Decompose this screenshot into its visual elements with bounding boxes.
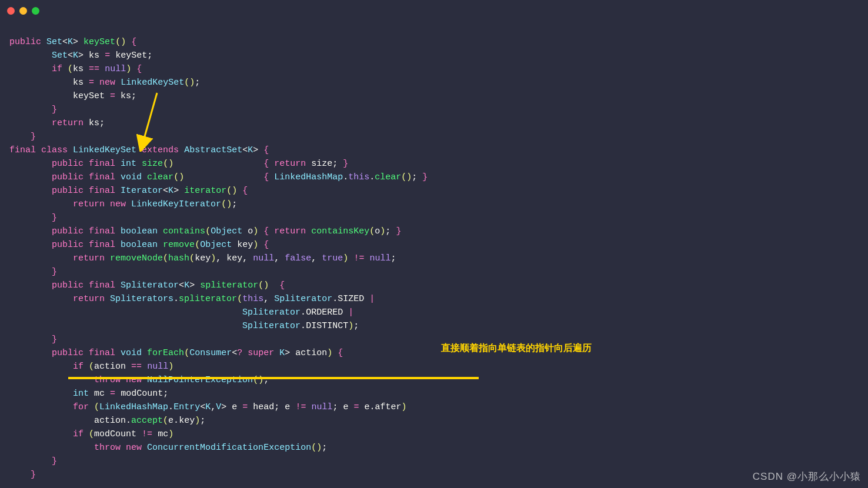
literal: null [147, 362, 168, 372]
code-block: public Set<K> keySet() { Set<K> ks = key… [9, 35, 428, 482]
keyword: return [73, 294, 105, 304]
keyword: final [9, 145, 36, 155]
keyword: super [248, 348, 274, 358]
keyword: this [242, 294, 263, 304]
identifier: modCount [94, 429, 136, 439]
keyword: new [110, 199, 126, 209]
keyword: if [73, 362, 84, 372]
type: ConcurrentModificationException [147, 443, 311, 453]
method: clear [375, 172, 401, 182]
type: Iterator [121, 186, 163, 196]
keyword: public [52, 186, 84, 196]
keyword: final [89, 280, 115, 290]
method: keySet [84, 37, 115, 47]
literal: true [322, 253, 343, 263]
identifier: ks [73, 64, 84, 74]
identifier: e [365, 402, 370, 412]
identifier: keySet [73, 91, 105, 101]
type: boolean [121, 226, 158, 236]
identifier: action [94, 362, 126, 372]
type-param: K [205, 402, 211, 412]
literal: null [369, 253, 390, 263]
identifier: ks [89, 118, 99, 128]
type-param: K [168, 186, 173, 196]
type-param: V [216, 402, 221, 412]
keyword: return [274, 159, 306, 169]
type: LinkedKeyIterator [131, 199, 221, 209]
type: Spliterators [110, 294, 173, 304]
keyword: final [89, 226, 115, 236]
minimize-icon[interactable] [19, 7, 27, 15]
type: Object [211, 226, 242, 236]
keyword: final [89, 348, 115, 358]
literal: null [311, 402, 332, 412]
type: Spliterator [274, 294, 332, 304]
method: remove [163, 240, 195, 250]
type: void [121, 172, 142, 182]
type: int [73, 389, 89, 399]
type: Spliterator [121, 280, 179, 290]
keyword: return [52, 118, 84, 128]
keyword: final [89, 172, 115, 182]
type-param: K [184, 280, 189, 290]
method: iterator [184, 186, 226, 196]
identifier: mc [158, 429, 168, 439]
keyword: if [52, 64, 62, 74]
method: clear [147, 172, 173, 182]
keyword: public [52, 280, 84, 290]
type: LinkedKeySet [73, 145, 136, 155]
identifier: e [343, 402, 348, 412]
type: AbstractSet [184, 145, 242, 155]
keyword: public [52, 159, 84, 169]
identifier: ORDERED [306, 307, 343, 317]
watermark-text: CSDN @小那么小小猿 [753, 470, 861, 483]
identifier: after [375, 402, 402, 412]
identifier: size [311, 159, 332, 169]
method: accept [131, 416, 163, 426]
method: containsKey [311, 226, 369, 236]
keyword: for [73, 402, 89, 412]
type: LinkedHashMap [274, 172, 343, 182]
identifier: key [179, 416, 195, 426]
keyword: public [52, 240, 84, 250]
type: Spliterator [242, 307, 301, 317]
identifier: modCount [121, 389, 163, 399]
keyword: return [274, 226, 306, 236]
method: size [142, 159, 163, 169]
identifier: e [168, 416, 173, 426]
close-icon[interactable] [7, 7, 15, 15]
identifier: DISTINCT [306, 321, 348, 331]
type: LinkedKeySet [121, 78, 184, 88]
identifier: e [232, 402, 237, 412]
maximize-icon[interactable] [32, 7, 39, 15]
identifier: action [94, 416, 126, 426]
method: removeNode [110, 253, 163, 263]
keyword: class [41, 145, 68, 155]
type: Entry [173, 402, 200, 412]
identifier: e [285, 402, 290, 412]
type: boolean [121, 240, 158, 250]
identifier: action [295, 348, 327, 358]
identifier: o [248, 226, 253, 236]
method: spliterator [200, 280, 258, 290]
type: Consumer [189, 348, 232, 358]
identifier: key [226, 253, 242, 263]
keyword: public [9, 37, 41, 47]
keyword: public [52, 226, 84, 236]
type: Spliterator [242, 321, 301, 331]
keyword: public [52, 348, 84, 358]
identifier: o [375, 226, 380, 236]
keyword: final [89, 186, 115, 196]
type: LinkedHashMap [99, 402, 168, 412]
keyword: throw [94, 443, 121, 453]
type-param: K [73, 51, 78, 61]
type: int [121, 159, 136, 169]
keyword: return [73, 253, 105, 263]
annotation-text: 直接顺着指向单链表的指针向后遍历 [441, 341, 592, 355]
keyword: this [348, 172, 369, 182]
type: Set [46, 37, 62, 47]
identifier: mc [94, 389, 105, 399]
method: contains [163, 226, 205, 236]
identifier: key [237, 240, 253, 250]
window-traffic-lights [7, 7, 39, 15]
